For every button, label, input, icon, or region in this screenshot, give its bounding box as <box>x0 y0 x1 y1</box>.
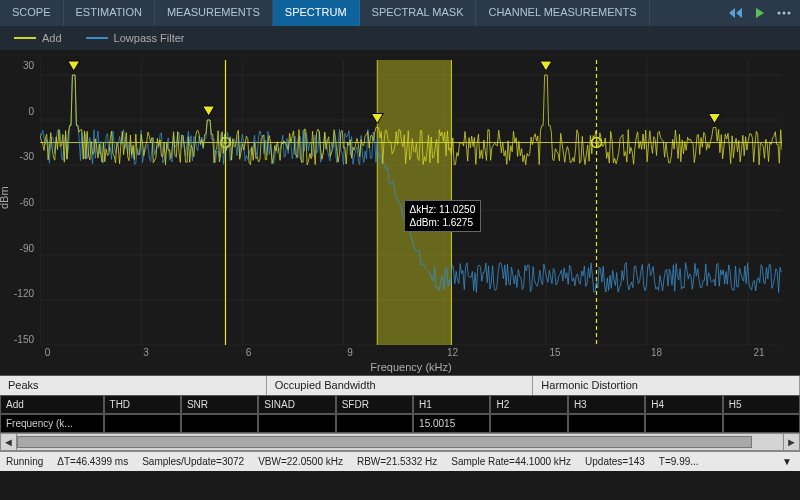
cell-h4 <box>645 414 722 433</box>
cell-thd <box>104 414 181 433</box>
scroll-track[interactable] <box>17 434 783 450</box>
scroll-right-icon[interactable]: ► <box>783 434 799 450</box>
x-axis-label: Frequency (kHz) <box>370 361 451 373</box>
xtick: 15 <box>549 347 560 358</box>
legend-swatch-lp <box>86 37 108 39</box>
more-icon[interactable] <box>776 5 792 21</box>
status-running: Running <box>6 456 43 467</box>
col-thd[interactable]: THD <box>104 395 181 414</box>
tab-spectral-mask[interactable]: SPECTRAL MASK <box>360 0 477 26</box>
xtick: 12 <box>447 347 458 358</box>
ytick: -60 <box>20 197 34 208</box>
xtick: 3 <box>143 347 149 358</box>
cell-h2 <box>490 414 567 433</box>
cell-h1: 15.0015 <box>413 414 490 433</box>
col-snr[interactable]: SNR <box>181 395 258 414</box>
tab-measurements[interactable]: MEASUREMENTS <box>155 0 273 26</box>
status-dt: ΔT=46.4399 ms <box>57 456 128 467</box>
xtick: 21 <box>753 347 764 358</box>
ytick: -150 <box>14 334 34 345</box>
status-rate: Sample Rate=44.1000 kHz <box>451 456 571 467</box>
tab-channel-measurements[interactable]: CHANNEL MEASUREMENTS <box>476 0 649 26</box>
cell-sinad <box>258 414 335 433</box>
tab-spectrum[interactable]: SPECTRUM <box>273 0 360 26</box>
svg-point-0 <box>778 12 781 15</box>
tab-scope[interactable]: SCOPE <box>0 0 64 26</box>
play-icon[interactable] <box>752 5 768 21</box>
legend: Add Lowpass Filter <box>0 26 800 50</box>
scroll-thumb[interactable] <box>17 436 752 448</box>
legend-swatch-add <box>14 37 36 39</box>
cell-h3 <box>568 414 645 433</box>
col-h5[interactable]: H5 <box>723 395 800 414</box>
legend-label-add: Add <box>42 32 62 44</box>
section-occupied-bw[interactable]: Occupied Bandwidth <box>267 376 534 395</box>
section-peaks[interactable]: Peaks <box>0 376 267 395</box>
status-dropdown-icon[interactable]: ▼ <box>780 455 794 469</box>
status-upd: Updates=143 <box>585 456 645 467</box>
row-label: Frequency (k... <box>0 414 104 433</box>
ytick: -30 <box>20 151 34 162</box>
section-headers: Peaks Occupied Bandwidth Harmonic Distor… <box>0 375 800 395</box>
tab-estimation[interactable]: ESTIMATION <box>64 0 155 26</box>
xtick: 18 <box>651 347 662 358</box>
xtick: 0 <box>45 347 51 358</box>
svg-point-2 <box>788 12 791 15</box>
y-axis: 30 0 -30 -60 -90 -120 -150 <box>0 50 40 375</box>
col-h4[interactable]: H4 <box>645 395 722 414</box>
table-header-row: Add THD SNR SINAD SFDR H1 H2 H3 H4 H5 <box>0 395 800 414</box>
col-add[interactable]: Add <box>0 395 104 414</box>
status-t: T=9.99... <box>659 456 699 467</box>
tab-controls <box>720 0 800 26</box>
plot-area: dBm 30 0 -30 -60 -90 -120 -150 ΔkHz: 11.… <box>0 50 800 375</box>
col-h1[interactable]: H1 <box>413 395 490 414</box>
table-row: Frequency (k... 15.0015 <box>0 414 800 433</box>
scroll-left-icon[interactable]: ◄ <box>1 434 17 450</box>
measurements-table: Add THD SNR SINAD SFDR H1 H2 H3 H4 H5 Fr… <box>0 395 800 433</box>
status-spu: Samples/Update=3072 <box>142 456 244 467</box>
tab-bar: SCOPE ESTIMATION MEASUREMENTS SPECTRUM S… <box>0 0 800 26</box>
svg-point-1 <box>783 12 786 15</box>
legend-item-add[interactable]: Add <box>14 32 62 44</box>
x-axis: 0 3 6 9 12 15 18 21 Frequency (kHz) <box>40 345 782 375</box>
status-rbw: RBW=21.5332 Hz <box>357 456 437 467</box>
col-sfdr[interactable]: SFDR <box>336 395 413 414</box>
spectrum-plot[interactable]: ΔkHz: 11.0250 ΔdBm: 1.6275 <box>40 50 782 375</box>
col-sinad[interactable]: SINAD <box>258 395 335 414</box>
ytick: 30 <box>23 60 34 71</box>
ytick: -90 <box>20 243 34 254</box>
legend-label-lp: Lowpass Filter <box>114 32 185 44</box>
horizontal-scrollbar[interactable]: ◄ ► <box>0 433 800 451</box>
cell-h5 <box>723 414 800 433</box>
rewind-icon[interactable] <box>728 5 744 21</box>
cell-sfdr <box>336 414 413 433</box>
ytick: 0 <box>28 106 34 117</box>
ytick: -120 <box>14 288 34 299</box>
section-harmonic[interactable]: Harmonic Distortion <box>533 376 800 395</box>
status-vbw: VBW=22.0500 kHz <box>258 456 343 467</box>
col-h3[interactable]: H3 <box>568 395 645 414</box>
cursor-delta-readout: ΔkHz: 11.0250 ΔdBm: 1.6275 <box>404 200 482 232</box>
legend-item-lp[interactable]: Lowpass Filter <box>86 32 185 44</box>
col-h2[interactable]: H2 <box>490 395 567 414</box>
status-bar: Running ΔT=46.4399 ms Samples/Update=307… <box>0 451 800 471</box>
xtick: 6 <box>246 347 252 358</box>
cell-snr <box>181 414 258 433</box>
xtick: 9 <box>347 347 353 358</box>
